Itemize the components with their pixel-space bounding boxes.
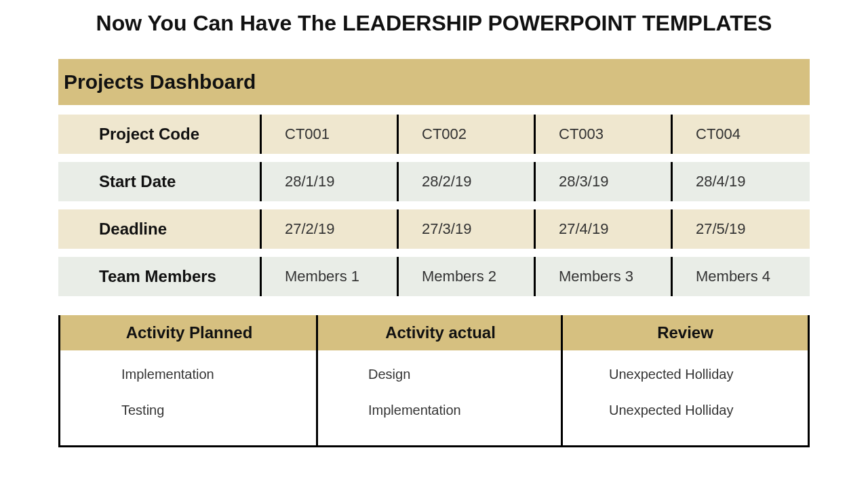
activity-planned-column: Activity Planned Implementation Testing [60, 315, 318, 445]
cell-start-date: 28/2/19 [399, 162, 536, 201]
cell-deadline: 27/5/19 [673, 209, 810, 249]
cell-team-members: Members 1 [262, 257, 399, 296]
activity-actual-column: Activity actual Design Implementation [318, 315, 563, 445]
cell-team-members: Members 2 [399, 257, 536, 296]
cell-project-code: CT003 [536, 115, 673, 154]
row-label-project-code: Project Code [58, 115, 262, 154]
cell-project-code: CT002 [399, 115, 536, 154]
content: Projects Dashboard Project Code CT001 CT… [58, 59, 810, 447]
activity-actual-header: Activity actual [318, 315, 563, 350]
row-label-deadline: Deadline [58, 209, 262, 249]
cell-start-date: 28/1/19 [262, 162, 399, 201]
activity-planned-body: Implementation Testing [60, 350, 318, 445]
activity-review-header: Review [563, 315, 808, 350]
activity-review-body: Unexpected Holliday Unexpected Holliday [563, 350, 808, 445]
cell-team-members: Members 4 [673, 257, 810, 296]
cell-project-code: CT004 [673, 115, 810, 154]
activity-table: Activity Planned Implementation Testing … [58, 315, 810, 447]
activity-item: Unexpected Holliday [609, 403, 808, 418]
activity-item: Testing [121, 403, 318, 418]
row-label-team-members: Team Members [58, 257, 262, 296]
cell-project-code: CT001 [262, 115, 399, 154]
cell-team-members: Members 3 [536, 257, 673, 296]
activity-review-column: Review Unexpected Holliday Unexpected Ho… [563, 315, 808, 445]
page-title: Now You Can Have The LEADERSHIP POWERPOI… [0, 0, 868, 36]
activity-actual-body: Design Implementation [318, 350, 563, 445]
cell-deadline: 27/2/19 [262, 209, 399, 249]
cell-deadline: 27/3/19 [399, 209, 536, 249]
activity-item: Design [368, 367, 563, 382]
cell-start-date: 28/3/19 [536, 162, 673, 201]
activity-item: Implementation [368, 403, 563, 418]
slide: Now You Can Have The LEADERSHIP POWERPOI… [0, 0, 868, 488]
row-label-start-date: Start Date [58, 162, 262, 201]
cell-start-date: 28/4/19 [673, 162, 810, 201]
activity-planned-header: Activity Planned [60, 315, 318, 350]
dashboard-table: Project Code CT001 CT002 CT003 CT004 Sta… [58, 115, 810, 296]
activity-item: Implementation [121, 367, 318, 382]
activity-item: Unexpected Holliday [609, 367, 808, 382]
cell-deadline: 27/4/19 [536, 209, 673, 249]
dashboard-heading: Projects Dashboard [58, 59, 810, 105]
